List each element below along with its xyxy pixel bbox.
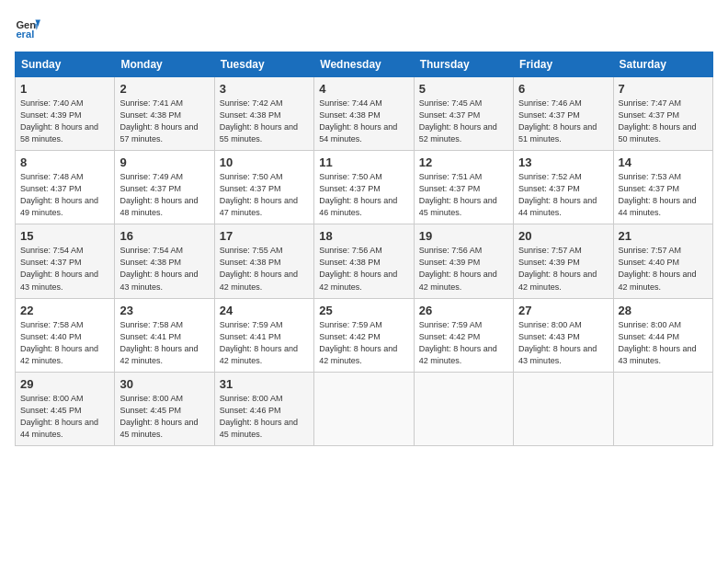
- day-info: Sunrise: 7:51 AM Sunset: 4:37 PM Dayligh…: [419, 171, 508, 219]
- day-number: 10: [220, 155, 309, 169]
- calendar-cell: 6 Sunrise: 7:46 AM Sunset: 4:37 PM Dayli…: [514, 77, 613, 151]
- calendar-week-row: 22 Sunrise: 7:58 AM Sunset: 4:40 PM Dayl…: [16, 298, 713, 372]
- calendar-cell: [514, 372, 613, 445]
- day-info: Sunrise: 7:55 AM Sunset: 4:38 PM Dayligh…: [220, 245, 309, 293]
- day-info: Sunrise: 8:00 AM Sunset: 4:44 PM Dayligh…: [619, 319, 708, 367]
- day-number: 17: [220, 229, 309, 243]
- calendar-cell: 30 Sunrise: 8:00 AM Sunset: 4:45 PM Dayl…: [115, 372, 214, 445]
- day-number: 23: [119, 304, 209, 317]
- calendar-week-row: 29 Sunrise: 8:00 AM Sunset: 4:45 PM Dayl…: [16, 372, 713, 445]
- calendar-cell: 4 Sunrise: 7:44 AM Sunset: 4:38 PM Dayli…: [314, 77, 414, 151]
- day-number: 2: [119, 82, 209, 96]
- calendar-cell: 11 Sunrise: 7:50 AM Sunset: 4:37 PM Dayl…: [314, 151, 414, 224]
- calendar-cell: 23 Sunrise: 7:58 AM Sunset: 4:41 PM Dayl…: [115, 298, 214, 372]
- calendar-cell: 7 Sunrise: 7:47 AM Sunset: 4:37 PM Dayli…: [613, 77, 712, 151]
- day-number: 22: [20, 304, 109, 317]
- day-number: 24: [220, 304, 309, 317]
- calendar-cell: 2 Sunrise: 7:41 AM Sunset: 4:38 PM Dayli…: [115, 77, 214, 151]
- day-info: Sunrise: 7:57 AM Sunset: 4:40 PM Dayligh…: [619, 245, 708, 293]
- calendar-week-row: 1 Sunrise: 7:40 AM Sunset: 4:39 PM Dayli…: [16, 77, 713, 151]
- day-number: 4: [319, 82, 408, 96]
- calendar-cell: 10 Sunrise: 7:50 AM Sunset: 4:37 PM Dayl…: [214, 151, 313, 224]
- day-info: Sunrise: 7:41 AM Sunset: 4:38 PM Dayligh…: [119, 98, 209, 145]
- calendar-cell: 9 Sunrise: 7:49 AM Sunset: 4:37 PM Dayli…: [115, 151, 214, 224]
- day-number: 8: [20, 155, 109, 169]
- calendar-cell: 22 Sunrise: 7:58 AM Sunset: 4:40 PM Dayl…: [16, 298, 115, 372]
- day-info: Sunrise: 7:46 AM Sunset: 4:37 PM Dayligh…: [518, 98, 608, 145]
- day-info: Sunrise: 8:00 AM Sunset: 4:45 PM Dayligh…: [20, 393, 109, 441]
- calendar-week-row: 8 Sunrise: 7:48 AM Sunset: 4:37 PM Dayli…: [16, 151, 713, 224]
- day-number: 5: [419, 82, 508, 96]
- page-header: Gen eral: [15, 15, 713, 40]
- calendar-cell: [613, 372, 712, 445]
- calendar-cell: 14 Sunrise: 7:53 AM Sunset: 4:37 PM Dayl…: [613, 151, 712, 224]
- calendar-cell: 8 Sunrise: 7:48 AM Sunset: 4:37 PM Dayli…: [16, 151, 115, 224]
- day-number: 21: [619, 229, 708, 243]
- calendar-cell: 27 Sunrise: 8:00 AM Sunset: 4:43 PM Dayl…: [514, 298, 613, 372]
- calendar-table: SundayMondayTuesdayWednesdayThursdayFrid…: [15, 52, 713, 446]
- calendar-cell: 25 Sunrise: 7:59 AM Sunset: 4:42 PM Dayl…: [314, 298, 414, 372]
- calendar-cell: 20 Sunrise: 7:57 AM Sunset: 4:39 PM Dayl…: [514, 224, 613, 298]
- day-info: Sunrise: 8:00 AM Sunset: 4:45 PM Dayligh…: [119, 393, 209, 441]
- calendar-cell: 1 Sunrise: 7:40 AM Sunset: 4:39 PM Dayli…: [16, 77, 115, 151]
- day-info: Sunrise: 7:53 AM Sunset: 4:37 PM Dayligh…: [619, 171, 708, 219]
- calendar-cell: 19 Sunrise: 7:56 AM Sunset: 4:39 PM Dayl…: [414, 224, 513, 298]
- day-info: Sunrise: 7:42 AM Sunset: 4:38 PM Dayligh…: [220, 98, 309, 145]
- day-info: Sunrise: 8:00 AM Sunset: 4:46 PM Dayligh…: [220, 393, 309, 441]
- day-info: Sunrise: 7:49 AM Sunset: 4:37 PM Dayligh…: [119, 171, 209, 219]
- day-number: 28: [619, 304, 708, 317]
- day-number: 11: [319, 155, 408, 169]
- logo: Gen eral: [15, 15, 44, 40]
- day-info: Sunrise: 7:48 AM Sunset: 4:37 PM Dayligh…: [20, 171, 109, 219]
- day-info: Sunrise: 7:59 AM Sunset: 4:41 PM Dayligh…: [220, 319, 309, 367]
- day-number: 1: [20, 82, 109, 96]
- day-info: Sunrise: 7:56 AM Sunset: 4:38 PM Dayligh…: [319, 245, 408, 293]
- calendar-cell: 5 Sunrise: 7:45 AM Sunset: 4:37 PM Dayli…: [414, 77, 513, 151]
- calendar-cell: 12 Sunrise: 7:51 AM Sunset: 4:37 PM Dayl…: [414, 151, 513, 224]
- weekday-header-thursday: Thursday: [414, 52, 513, 77]
- logo-icon: Gen eral: [15, 15, 40, 40]
- day-number: 25: [319, 304, 408, 317]
- calendar-cell: [314, 372, 414, 445]
- day-number: 26: [419, 304, 508, 317]
- day-number: 20: [518, 229, 608, 243]
- day-info: Sunrise: 7:50 AM Sunset: 4:37 PM Dayligh…: [319, 171, 408, 219]
- day-number: 30: [119, 377, 209, 391]
- calendar-cell: 24 Sunrise: 7:59 AM Sunset: 4:41 PM Dayl…: [214, 298, 313, 372]
- calendar-week-row: 15 Sunrise: 7:54 AM Sunset: 4:37 PM Dayl…: [16, 224, 713, 298]
- day-number: 19: [419, 229, 508, 243]
- day-info: Sunrise: 7:45 AM Sunset: 4:37 PM Dayligh…: [419, 98, 508, 145]
- day-info: Sunrise: 7:54 AM Sunset: 4:37 PM Dayligh…: [20, 245, 109, 293]
- day-info: Sunrise: 7:50 AM Sunset: 4:37 PM Dayligh…: [220, 171, 309, 219]
- day-info: Sunrise: 7:47 AM Sunset: 4:37 PM Dayligh…: [619, 98, 708, 145]
- day-number: 9: [119, 155, 209, 169]
- day-info: Sunrise: 7:40 AM Sunset: 4:39 PM Dayligh…: [20, 98, 109, 145]
- day-number: 7: [619, 82, 708, 96]
- calendar-cell: 16 Sunrise: 7:54 AM Sunset: 4:38 PM Dayl…: [115, 224, 214, 298]
- day-info: Sunrise: 7:59 AM Sunset: 4:42 PM Dayligh…: [319, 319, 408, 367]
- calendar-cell: 28 Sunrise: 8:00 AM Sunset: 4:44 PM Dayl…: [613, 298, 712, 372]
- weekday-header-tuesday: Tuesday: [214, 52, 313, 77]
- day-number: 27: [518, 304, 608, 317]
- day-info: Sunrise: 7:57 AM Sunset: 4:39 PM Dayligh…: [518, 245, 608, 293]
- calendar-cell: 15 Sunrise: 7:54 AM Sunset: 4:37 PM Dayl…: [16, 224, 115, 298]
- weekday-header-wednesday: Wednesday: [314, 52, 414, 77]
- calendar-cell: 13 Sunrise: 7:52 AM Sunset: 4:37 PM Dayl…: [514, 151, 613, 224]
- day-number: 15: [20, 229, 109, 243]
- day-number: 3: [220, 82, 309, 96]
- calendar-cell: 31 Sunrise: 8:00 AM Sunset: 4:46 PM Dayl…: [214, 372, 313, 445]
- weekday-header-monday: Monday: [115, 52, 214, 77]
- calendar-cell: 21 Sunrise: 7:57 AM Sunset: 4:40 PM Dayl…: [613, 224, 712, 298]
- weekday-header-sunday: Sunday: [16, 52, 115, 77]
- day-number: 13: [518, 155, 608, 169]
- calendar-cell: 18 Sunrise: 7:56 AM Sunset: 4:38 PM Dayl…: [314, 224, 414, 298]
- day-number: 14: [619, 155, 708, 169]
- day-info: Sunrise: 7:58 AM Sunset: 4:41 PM Dayligh…: [119, 319, 209, 367]
- weekday-header-friday: Friday: [514, 52, 613, 77]
- day-info: Sunrise: 7:58 AM Sunset: 4:40 PM Dayligh…: [20, 319, 109, 367]
- svg-text:eral: eral: [16, 29, 34, 40]
- day-number: 12: [419, 155, 508, 169]
- calendar-cell: 3 Sunrise: 7:42 AM Sunset: 4:38 PM Dayli…: [214, 77, 313, 151]
- day-number: 6: [518, 82, 608, 96]
- day-number: 31: [220, 377, 309, 391]
